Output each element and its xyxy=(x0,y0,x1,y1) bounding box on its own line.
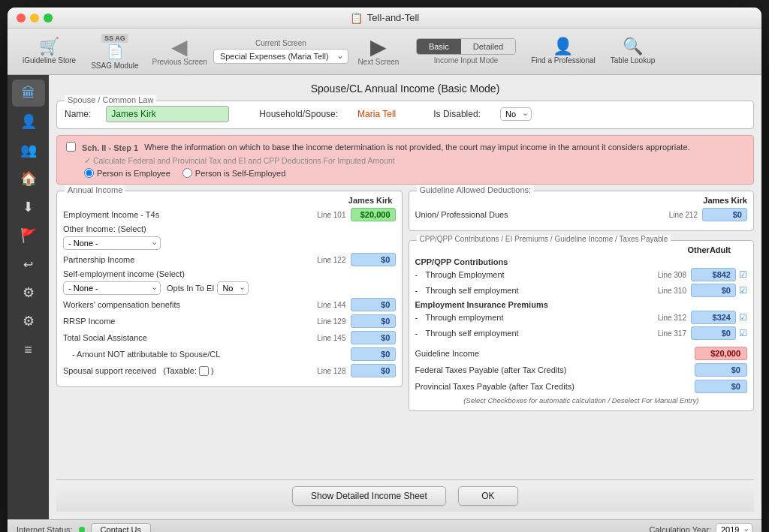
sidebar-item-person[interactable]: 👤 xyxy=(12,108,45,135)
toolbar: 🛒 iGuideline Store SS AG 📄 SSAG Module ◀… xyxy=(8,29,761,75)
spouse-section-title: Spouse / Common Law xyxy=(65,95,156,104)
spousal-support-row: Spousal support received (Taxable: ) Lin… xyxy=(63,364,396,377)
name-input[interactable] xyxy=(106,106,229,122)
contact-us-button[interactable]: Contact Us xyxy=(91,523,151,532)
not-attributable-value: $0 xyxy=(351,347,396,361)
deductions-person-col: James Kirk xyxy=(703,196,747,205)
self-employed-radio[interactable] xyxy=(182,168,192,178)
cpp-self-emp-value: $0 xyxy=(691,284,736,297)
spouse-section: Spouse / Common Law Name: Household/Spou… xyxy=(56,101,754,129)
federal-taxes-row: Federal Taxes Payable (after Tax Credits… xyxy=(415,363,748,377)
lookup-label: Table Lookup xyxy=(611,56,656,65)
guideline-note: (Select Checkboxes for automatic calcula… xyxy=(415,396,748,404)
cpp-header: OtherAdult xyxy=(415,245,748,254)
household-label: Household/Spouse: xyxy=(259,109,338,119)
table-lookup-button[interactable]: 🔍 Table Lookup xyxy=(603,31,663,73)
union-dues-row: Union/ Professional Dues Line 212 $0 xyxy=(415,208,748,221)
page-content: Spouse/CL Annual Income (Basic Mode) Spo… xyxy=(49,75,761,519)
sidebar-item-store[interactable]: 🏛 xyxy=(12,80,45,107)
minimize-button[interactable] xyxy=(30,14,39,23)
self-employed-radio-label[interactable]: Person is Self-Employed xyxy=(182,168,285,178)
disabled-select-wrapper: No Yes xyxy=(500,107,532,121)
sidebar-item-settings1[interactable]: ⚙ xyxy=(12,279,45,306)
self-employed-label: Person is Self-Employed xyxy=(195,169,285,178)
self-emp-select-row: - None - Opts In To EI No Yes xyxy=(63,281,396,295)
disabled-select[interactable]: No Yes xyxy=(500,107,532,121)
ei-self-emp-row: - Through self employment Line 317 $0 ☑ xyxy=(415,326,748,340)
maximize-button[interactable] xyxy=(44,14,53,23)
guideline-income-label: Guideline Income xyxy=(415,349,480,358)
sidebar-item-list[interactable]: ≡ xyxy=(12,336,45,363)
partnership-income-value: $0 xyxy=(351,253,396,266)
radio-group: Person is Employee Person is Self-Employ… xyxy=(84,168,744,178)
current-screen-dropdown[interactable]: Special Expenses (Maria Tell) xyxy=(213,49,348,64)
find-label: Find a Professional xyxy=(531,56,596,65)
internet-status-label: Internet Status: xyxy=(17,525,73,532)
bottom-bar: Show Detailed Income Sheet OK xyxy=(56,479,754,512)
income-header: James Kirk xyxy=(63,196,396,205)
sidebar-item-people[interactable]: 👥 xyxy=(12,137,45,164)
self-emp-select[interactable]: - None - xyxy=(63,281,161,295)
basic-mode-button[interactable]: Basic xyxy=(417,39,461,54)
right-column: Guideline Allowed Deductions: James Kirk… xyxy=(409,191,755,479)
iguideline-store-button[interactable]: 🛒 iGuideline Store xyxy=(15,31,83,73)
main-window: 📋 Tell-and-Tell 🛒 iGuideline Store SS AG… xyxy=(8,8,761,532)
employee-label: Person is Employee xyxy=(97,169,170,178)
calc-year-wrapper: 2019 2020 2018 xyxy=(716,523,752,532)
current-screen-label: Current Screen xyxy=(255,39,306,47)
social-assistance-row: Total Social Assistance Line 145 $0 xyxy=(63,331,396,344)
cpp-emp-value: $842 xyxy=(691,268,736,281)
sidebar-item-settings2[interactable]: ⚙ xyxy=(12,308,45,335)
income-person-col: James Kirk xyxy=(348,196,393,205)
employee-radio[interactable] xyxy=(84,168,94,178)
next-screen-button[interactable]: ▶ Next Screen xyxy=(348,34,409,69)
find-professional-button[interactable]: 👤 Find a Professional xyxy=(523,31,603,73)
lookup-icon: 🔍 xyxy=(623,38,643,55)
calc-year-label: Calculation Year: xyxy=(649,525,711,532)
close-button[interactable] xyxy=(17,14,26,23)
current-screen-section: Current Screen Special Expenses (Maria T… xyxy=(213,39,348,64)
calc-year-select[interactable]: 2019 2020 2018 xyxy=(716,523,752,532)
deductions-header: James Kirk xyxy=(415,196,748,205)
store-icon: 🛒 xyxy=(39,38,59,55)
ok-button[interactable]: OK xyxy=(458,486,518,506)
ssag-label: SSAG Module xyxy=(91,62,138,70)
two-col-layout: Annual Income James Kirk Employment Inco… xyxy=(56,191,754,479)
detailed-mode-button[interactable]: Detailed xyxy=(461,39,515,54)
sidebar-item-flag[interactable]: 🚩 xyxy=(12,222,45,249)
other-income-select-row: - None - xyxy=(63,236,396,250)
emp-ins-title: Employment Insurance Premiums xyxy=(415,300,748,309)
sidebar: 🏛 👤 👥 🏠 ⬇ 🚩 ↩ ⚙ ⚙ ≡ xyxy=(8,75,49,519)
opts-in-select[interactable]: No Yes xyxy=(217,281,249,295)
opts-in-wrapper: No Yes xyxy=(217,281,249,295)
status-right: Calculation Year: 2019 2020 2018 xyxy=(649,523,752,532)
employee-radio-label[interactable]: Person is Employee xyxy=(84,168,170,178)
annual-income-title: Annual Income xyxy=(65,185,125,194)
other-income-select[interactable]: - None - xyxy=(63,236,161,250)
federal-taxes-value: $0 xyxy=(695,363,747,377)
find-icon: 👤 xyxy=(553,38,573,55)
prev-arrow-icon: ◀ xyxy=(171,37,188,58)
ei-emp-row: - Through employment Line 312 $324 ☑ xyxy=(415,311,748,324)
sidebar-item-income[interactable]: ⬇ xyxy=(12,194,45,221)
left-column: Annual Income James Kirk Employment Inco… xyxy=(56,191,403,479)
household-value: Maria Tell xyxy=(357,109,396,119)
employment-income-row: Employment Income - T4s Line 101 $20,000 xyxy=(63,208,396,221)
ssag-icon: SS AG 📄 xyxy=(101,34,128,60)
sidebar-item-house[interactable]: 🏠 xyxy=(12,165,45,192)
cpp-emp-row: - Through Employment Line 308 $842 ☑ xyxy=(415,268,748,281)
step-checkbox[interactable] xyxy=(66,142,76,152)
taxable-checkbox[interactable] xyxy=(199,366,209,376)
next-arrow-icon: ▶ xyxy=(370,37,387,58)
ssag-module-button[interactable]: SS AG 📄 SSAG Module xyxy=(83,31,146,73)
internet-status-dot xyxy=(79,527,85,532)
deductions-title: Guideline Allowed Deductions: xyxy=(417,185,535,194)
window-controls xyxy=(17,14,53,23)
employment-income-value: $20,000 xyxy=(351,208,396,221)
prev-screen-button[interactable]: ◀ Previous Screen xyxy=(146,34,213,69)
main-content: 🏛 👤 👥 🏠 ⬇ 🚩 ↩ ⚙ ⚙ ≡ Spouse/CL Annual Inc… xyxy=(8,75,761,519)
provincial-taxes-value: $0 xyxy=(695,380,747,393)
show-detailed-button[interactable]: Show Detailed Income Sheet xyxy=(292,486,446,506)
prev-label: Previous Screen xyxy=(152,58,207,66)
sidebar-item-expenses[interactable]: ↩ xyxy=(12,251,45,278)
